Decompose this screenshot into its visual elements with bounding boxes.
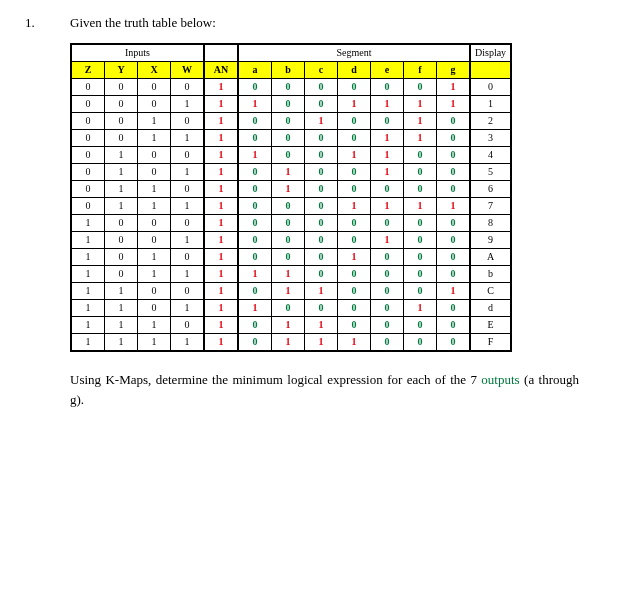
table-cell: 1 bbox=[171, 198, 205, 215]
table-cell: 1 bbox=[171, 96, 205, 113]
table-cell: 1 bbox=[338, 198, 371, 215]
table-cell: 1 bbox=[138, 334, 171, 352]
table-cell: 0 bbox=[305, 266, 338, 283]
table-cell: 0 bbox=[138, 283, 171, 300]
table-cell: 0 bbox=[338, 317, 371, 334]
table-cell: 0 bbox=[338, 215, 371, 232]
table-cell: 0 bbox=[437, 215, 471, 232]
question-row: 1. Given the truth table below: bbox=[25, 15, 599, 31]
table-cell: 1 bbox=[204, 266, 238, 283]
truth-table-wrap: Inputs Segment Display Z Y X W AN a b c … bbox=[70, 43, 599, 352]
table-cell: 0 bbox=[404, 215, 437, 232]
table-cell: 0 bbox=[238, 317, 272, 334]
table-cell: 1 bbox=[204, 130, 238, 147]
table-cell: 1 bbox=[204, 198, 238, 215]
table-cell: 0 bbox=[338, 130, 371, 147]
table-cell: 1 bbox=[71, 334, 105, 352]
hdr-z: Z bbox=[71, 62, 105, 79]
instruction-outputs: outputs bbox=[481, 372, 519, 387]
table-cell: 0 bbox=[272, 130, 305, 147]
table-cell: 1 bbox=[171, 334, 205, 352]
table-row: 0110101000006 bbox=[71, 181, 511, 198]
table-cell: 1 bbox=[204, 113, 238, 130]
table-cell: 1 bbox=[437, 79, 471, 96]
table-cell: 1 bbox=[371, 198, 404, 215]
table-cell: 0 bbox=[105, 113, 138, 130]
table-cell: 0 bbox=[238, 198, 272, 215]
table-cell: 1 bbox=[171, 300, 205, 317]
table-cell: 0 bbox=[71, 96, 105, 113]
table-cell: 1 bbox=[371, 130, 404, 147]
table-cell: 1 bbox=[404, 113, 437, 130]
table-cell: 0 bbox=[437, 232, 471, 249]
instruction-pre: Using K-Maps, determine the minimum logi… bbox=[70, 372, 481, 387]
table-cell: 1 bbox=[138, 198, 171, 215]
table-cell: 3 bbox=[470, 130, 511, 147]
table-cell: 1 bbox=[437, 283, 471, 300]
table-cell: 0 bbox=[437, 266, 471, 283]
table-cell: 0 bbox=[171, 249, 205, 266]
sub-header-row: Z Y X W AN a b c d e f g bbox=[71, 62, 511, 79]
table-cell: 1 bbox=[338, 334, 371, 352]
hdr-x: X bbox=[138, 62, 171, 79]
table-cell: 0 bbox=[437, 130, 471, 147]
group-segment: Segment bbox=[238, 44, 470, 62]
table-cell: 0 bbox=[338, 300, 371, 317]
table-row: 1001100001009 bbox=[71, 232, 511, 249]
table-cell: 0 bbox=[404, 317, 437, 334]
table-cell: 0 bbox=[338, 113, 371, 130]
table-cell: 0 bbox=[171, 215, 205, 232]
table-cell: 0 bbox=[138, 215, 171, 232]
table-cell: 1 bbox=[371, 232, 404, 249]
table-cell: 1 bbox=[470, 96, 511, 113]
hdr-an: AN bbox=[204, 62, 238, 79]
table-cell: 1 bbox=[238, 96, 272, 113]
table-cell: 0 bbox=[71, 164, 105, 181]
table-cell: 1 bbox=[204, 215, 238, 232]
table-cell: 0 bbox=[437, 147, 471, 164]
table-cell: 0 bbox=[171, 113, 205, 130]
table-cell: 0 bbox=[238, 283, 272, 300]
table-cell: 1 bbox=[171, 266, 205, 283]
hdr-d: d bbox=[338, 62, 371, 79]
table-cell: 1 bbox=[138, 317, 171, 334]
group-inputs: Inputs bbox=[71, 44, 204, 62]
table-cell: 0 bbox=[305, 215, 338, 232]
table-cell: 0 bbox=[272, 96, 305, 113]
table-cell: 0 bbox=[437, 334, 471, 352]
table-cell: 0 bbox=[371, 181, 404, 198]
table-cell: 0 bbox=[371, 79, 404, 96]
table-cell: 1 bbox=[204, 164, 238, 181]
table-cell: 0 bbox=[138, 300, 171, 317]
table-cell: 1 bbox=[272, 164, 305, 181]
table-cell: 1 bbox=[305, 283, 338, 300]
table-cell: 0 bbox=[238, 164, 272, 181]
table-cell: 1 bbox=[338, 147, 371, 164]
table-cell: 1 bbox=[105, 317, 138, 334]
table-cell: 0 bbox=[238, 79, 272, 96]
table-cell: 1 bbox=[371, 164, 404, 181]
table-cell: A bbox=[470, 249, 511, 266]
table-cell: 0 bbox=[371, 215, 404, 232]
table-cell: 0 bbox=[404, 79, 437, 96]
truth-table: Inputs Segment Display Z Y X W AN a b c … bbox=[70, 43, 512, 352]
table-cell: 0 bbox=[272, 198, 305, 215]
table-cell: 5 bbox=[470, 164, 511, 181]
table-cell: 0 bbox=[437, 300, 471, 317]
table-cell: 1 bbox=[204, 147, 238, 164]
table-cell: 0 bbox=[305, 96, 338, 113]
table-cell: 1 bbox=[204, 334, 238, 352]
table-cell: 0 bbox=[171, 283, 205, 300]
table-cell: 0 bbox=[338, 164, 371, 181]
table-cell: 1 bbox=[105, 334, 138, 352]
table-cell: 1 bbox=[71, 300, 105, 317]
table-cell: 0 bbox=[338, 232, 371, 249]
table-cell: 0 bbox=[338, 181, 371, 198]
table-row: 0100110011004 bbox=[71, 147, 511, 164]
table-cell: 0 bbox=[371, 266, 404, 283]
table-cell: 1 bbox=[305, 317, 338, 334]
table-row: 111110111000F bbox=[71, 334, 511, 352]
table-cell: 0 bbox=[272, 147, 305, 164]
table-cell: 1 bbox=[204, 249, 238, 266]
table-cell: 1 bbox=[437, 198, 471, 215]
